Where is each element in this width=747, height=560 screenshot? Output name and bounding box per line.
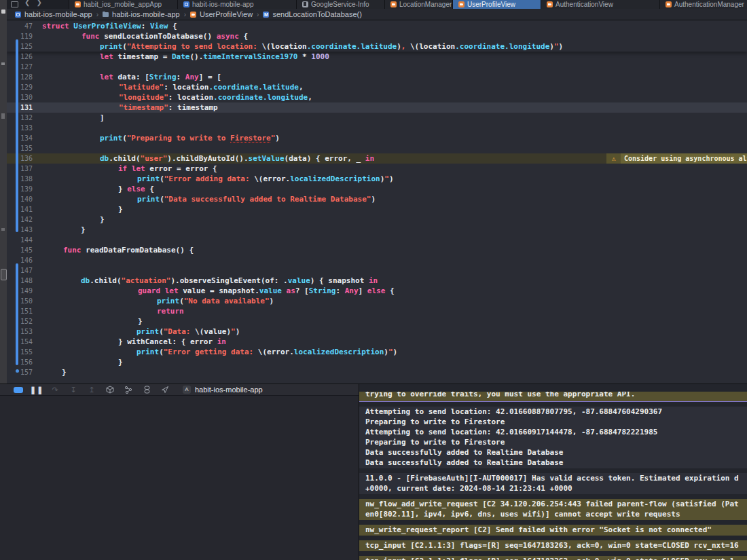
line-number-139[interactable]: 139 [7, 184, 33, 194]
line-number-141[interactable]: 141 [7, 204, 33, 214]
line-number-135[interactable]: 135 [7, 143, 33, 153]
line-number-145[interactable]: 145 [7, 245, 33, 255]
line-number-132[interactable]: 132 [7, 113, 33, 123]
environment-overrides-button[interactable] [142, 386, 151, 394]
view-debugger-button[interactable] [105, 386, 115, 394]
line-number-128[interactable]: 128 [7, 72, 33, 82]
breadcrumb-item-2[interactable]: habit-ios-mobile-app [103, 10, 180, 18]
breadcrumb-item-3[interactable]: UserProfileView [190, 10, 253, 18]
code-line-149[interactable]: 149guard let value = snapshot.value as? … [7, 286, 747, 296]
line-number-153[interactable]: 153 [7, 326, 33, 337]
tab-AuthenticationManager[interactable]: AuthenticationManager [660, 0, 747, 9]
debug-console[interactable]: trying to override traits, you must use … [359, 384, 747, 560]
code-line-141[interactable]: 141} [7, 204, 747, 214]
line-number-47[interactable]: 47 [7, 21, 33, 31]
line-number-119[interactable]: 119 [7, 31, 33, 41]
code-line-150[interactable]: 150print("No data available") [7, 296, 747, 306]
step-into-button[interactable]: ↧ [69, 386, 78, 394]
line-number-129[interactable]: 129 [7, 82, 33, 92]
code-line-135[interactable]: 135 [7, 143, 747, 153]
warning-badge[interactable]: ⚠Consider using asynchronous alternative… [606, 153, 747, 164]
breakpoint-dot[interactable] [16, 369, 19, 373]
breadcrumb-item-1[interactable]: habit-ios-mobile-app [15, 10, 92, 18]
code-line-133[interactable]: 133 [7, 123, 747, 133]
forward-chevron-icon[interactable]: ❯ [36, 0, 41, 6]
code-line-127[interactable]: 127 [7, 62, 747, 72]
line-number-125[interactable]: 125 [7, 41, 33, 52]
step-over-button[interactable]: ↷ [50, 386, 60, 394]
line-number-144[interactable]: 144 [7, 235, 33, 245]
step-out-button[interactable]: ↥ [87, 386, 96, 394]
tab-habit-ios-mobile-app[interactable]: habit-ios-mobile-app [178, 0, 297, 9]
strip-top-icon[interactable] [1, 10, 5, 14]
line-number-146[interactable]: 146 [7, 255, 33, 265]
running-app-chip[interactable]: A habit-ios-mobile-app [183, 386, 263, 394]
code-line-137[interactable]: 137if let error = error { [7, 164, 747, 174]
pause-button[interactable]: ❚❚ [32, 386, 41, 394]
back-chevron-icon[interactable]: ❮ [24, 0, 30, 6]
memory-graph-button[interactable] [124, 386, 133, 394]
line-number-151[interactable]: 151 [7, 306, 33, 316]
line-number-131[interactable]: 131 [7, 102, 33, 113]
code-line-157[interactable]: 157} [7, 367, 747, 377]
code-line-130[interactable]: 130"longitude": location.coordinate.long… [7, 92, 747, 102]
code-line-144[interactable]: 144 [7, 235, 747, 245]
code-line-146[interactable]: 146 [7, 255, 747, 265]
code-line-142[interactable]: 142} [7, 214, 747, 225]
line-number-147[interactable]: 147 [7, 265, 33, 276]
line-number-155[interactable]: 155 [7, 347, 33, 357]
line-number-138[interactable]: 138 [7, 174, 33, 184]
line-number-134[interactable]: 134 [7, 133, 33, 143]
breadcrumb-item-4[interactable]: MsendLocationToDatabase() [263, 10, 361, 18]
line-number-133[interactable]: 133 [7, 123, 33, 133]
code-line-143[interactable]: 143} [7, 225, 747, 235]
line-number-126[interactable]: 126 [7, 52, 33, 62]
line-number-136[interactable]: 136 [7, 153, 33, 164]
line-number-143[interactable]: 143 [7, 225, 33, 235]
code-line-153[interactable]: 153print("Data: \(value)") [7, 326, 747, 337]
line-number-137[interactable]: 137 [7, 164, 33, 174]
code-line-155[interactable]: 155print("Error getting data: \(error.lo… [7, 347, 747, 357]
line-number-152[interactable]: 152 [7, 316, 33, 326]
code-line-145[interactable]: 145func readDataFromDatabase() { [7, 245, 747, 255]
code-line-147[interactable]: 147 [7, 265, 747, 276]
line-number-156[interactable]: 156 [7, 357, 33, 367]
code-line-119[interactable]: 119func sendLocationToDatabase() async { [7, 31, 747, 41]
line-number-154[interactable]: 154 [7, 337, 33, 347]
line-number-148[interactable]: 148 [7, 276, 33, 286]
code-line-125[interactable]: 125print("Attempting to send location: \… [7, 41, 747, 52]
line-number-140[interactable]: 140 [7, 194, 33, 204]
code-line-136[interactable]: 136db.child("user").childByAutoId().setV… [7, 153, 747, 164]
code-line-140[interactable]: 140print("Data successfully added to Rea… [7, 194, 747, 204]
panel-drag-handle[interactable] [1, 269, 7, 280]
tab-habit_ios_mobile_appApp[interactable]: habit_ios_mobile_appApp [69, 0, 178, 9]
code-line-152[interactable]: 152} [7, 316, 747, 326]
code-line-148[interactable]: 148db.child("actuation").observeSingleEv… [7, 276, 747, 286]
tab-UserProfileView[interactable]: UserProfileView [453, 0, 541, 9]
code-line-47[interactable]: 47struct UserProfileView: View { [7, 21, 747, 31]
line-number-130[interactable]: 130 [7, 92, 33, 102]
code-line-126[interactable]: 126let timestamp = Date().timeIntervalSi… [7, 52, 747, 62]
tab-AuthenticationView[interactable]: AuthenticationView [541, 0, 660, 9]
code-line-138[interactable]: 138print("Error adding data: \(error.loc… [7, 174, 747, 184]
code-line-156[interactable]: 156} [7, 357, 747, 367]
line-number-127[interactable]: 127 [7, 62, 33, 72]
line-number-149[interactable]: 149 [7, 286, 33, 296]
line-number-157[interactable]: 157 [7, 367, 33, 377]
breakpoints-toggle-button[interactable] [14, 386, 23, 394]
code-line-139[interactable]: 139} else { [7, 184, 747, 194]
code-editor[interactable]: 47struct UserProfileView: View {119func … [7, 20, 747, 384]
line-number-142[interactable]: 142 [7, 214, 33, 225]
related-items-icon[interactable] [11, 1, 18, 7]
simulate-location-button[interactable] [160, 386, 170, 394]
tab-LocationManager[interactable]: LocationManager [385, 0, 453, 9]
code-line-132[interactable]: 132] [7, 113, 747, 123]
code-line-134[interactable]: 134print("Preparing to write to Firestor… [7, 133, 747, 143]
line-number-150[interactable]: 150 [7, 296, 33, 306]
tab-GoogleService-Info[interactable]: GoogleService-Info [297, 0, 385, 9]
code-line-151[interactable]: 151return [7, 306, 747, 316]
code-line-129[interactable]: 129"latitude": location.coordinate.latit… [7, 82, 747, 92]
code-line-128[interactable]: 128let data: [String: Any] = [ [7, 72, 747, 82]
code-line-154[interactable]: 154} withCancel: { error in [7, 337, 747, 347]
code-line-131[interactable]: 131"timestamp": timestamp [7, 102, 747, 113]
